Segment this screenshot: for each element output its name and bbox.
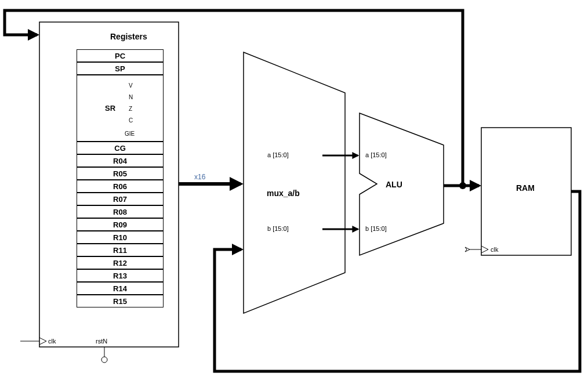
- reg-r06: R06: [77, 180, 164, 193]
- sr-flag-v: V: [129, 82, 133, 89]
- sr-flag-c: C: [129, 117, 133, 124]
- registers-rstn-label: rstN: [96, 338, 107, 345]
- mux-port-b: b [15:0]: [267, 225, 289, 232]
- reg-r15: R15: [77, 295, 164, 307]
- reg-r13: R13: [77, 269, 164, 282]
- reg-pc: PC: [77, 49, 164, 62]
- reg-r12: R12: [77, 256, 164, 269]
- reg-r05: R05: [77, 167, 164, 180]
- reg-cg: CG: [77, 142, 164, 154]
- svg-point-2: [101, 357, 107, 363]
- reg-r10: R10: [77, 231, 164, 244]
- alu-title: ALU: [386, 180, 402, 189]
- reg-sr: SR: [77, 75, 164, 142]
- sr-flag-n: N: [129, 94, 133, 100]
- ram-clk-label: clk: [491, 246, 498, 253]
- reg-r04: R04: [77, 154, 164, 167]
- alu-port-b: b [15:0]: [365, 225, 387, 232]
- sr-flag-z: Z: [129, 106, 132, 112]
- reg-r14: R14: [77, 282, 164, 295]
- registers-clk-label: clk: [48, 338, 56, 345]
- reg-r08: R08: [77, 205, 164, 218]
- bus-x16-label: x16: [194, 173, 205, 181]
- mux-block: [244, 52, 345, 313]
- mux-port-a: a [15:0]: [267, 151, 289, 158]
- reg-sp: SP: [77, 62, 164, 75]
- reg-r11: R11: [77, 244, 164, 256]
- ram-title: RAM: [516, 183, 535, 193]
- reg-r07: R07: [77, 193, 164, 205]
- reg-r09: R09: [77, 218, 164, 231]
- mux-title: mux_a/b: [267, 189, 300, 198]
- alu-port-a: a [15:0]: [365, 151, 387, 158]
- registers-title: Registers: [110, 32, 147, 41]
- sr-flag-gie: GIE: [125, 131, 135, 137]
